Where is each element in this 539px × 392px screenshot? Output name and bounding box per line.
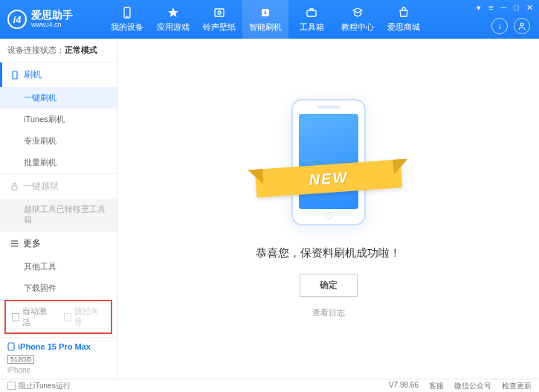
- close-icon[interactable]: ✕: [526, 3, 533, 13]
- device-type: iPhone: [7, 366, 109, 374]
- options-highlight-box: 自动激活 跳过向导: [4, 300, 112, 334]
- main-content: NEW 恭喜您，保资料刷机成功啦！ 确定 查看日志: [117, 39, 539, 379]
- menu-item-download-fw[interactable]: 下载固件: [0, 277, 117, 297]
- svg-point-6: [520, 23, 523, 26]
- nav-flash[interactable]: 智能刷机: [242, 0, 288, 39]
- new-ribbon: NEW: [254, 159, 401, 198]
- minimize-icon[interactable]: ─: [501, 3, 507, 13]
- flash-icon: [259, 6, 272, 19]
- footer: 阻止iTunes运行 V7.98.66 客服 微信公众号 检查更新: [0, 379, 539, 392]
- nav-ringtone[interactable]: 铃声壁纸: [196, 0, 242, 39]
- menu-item-other[interactable]: 其他工具: [0, 256, 117, 277]
- svg-rect-7: [13, 71, 17, 79]
- tutorial-icon: [351, 6, 364, 19]
- view-log-link[interactable]: 查看日志: [312, 307, 345, 318]
- checkbox-icon: [64, 313, 71, 321]
- footer-support[interactable]: 客服: [429, 381, 444, 391]
- phone-illustration: NEW: [277, 99, 381, 233]
- ringtone-icon: [213, 6, 226, 19]
- device-icon: [120, 6, 134, 19]
- device-status: 设备连接状态：正常模式: [0, 39, 117, 62]
- user-button[interactable]: [514, 18, 530, 34]
- footer-update[interactable]: 检查更新: [502, 381, 532, 391]
- svg-rect-12: [8, 343, 14, 350]
- lock-icon: [10, 182, 19, 190]
- phone-small-icon: [7, 342, 15, 351]
- list-icon: [10, 240, 19, 248]
- device-name[interactable]: iPhone 15 Pro Max: [7, 342, 109, 351]
- checkbox-icon: [12, 313, 19, 321]
- window-controls: ▾ ≡ ─ □ ✕: [477, 3, 533, 13]
- menu-item-itunes[interactable]: iTunes刷机: [0, 109, 117, 130]
- footer-wechat[interactable]: 微信公众号: [454, 381, 491, 391]
- options-icon[interactable]: ≡: [488, 3, 493, 13]
- version-label: V7.98.66: [389, 381, 419, 391]
- svg-rect-5: [307, 10, 316, 16]
- svg-rect-8: [12, 186, 17, 190]
- apps-icon: [167, 6, 180, 19]
- maximize-icon[interactable]: □: [514, 3, 519, 13]
- sidebar: 设备连接状态：正常模式 刷机 一键刷机 iTunes刷机 专业刷机 批量刷机 一…: [0, 39, 117, 379]
- success-message: 恭喜您，保资料刷机成功啦！: [256, 246, 401, 260]
- svg-point-3: [218, 11, 221, 14]
- checkbox-block-itunes[interactable]: 阻止iTunes运行: [7, 381, 71, 391]
- menu-flash-header[interactable]: 刷机: [0, 62, 117, 87]
- ok-button[interactable]: 确定: [300, 274, 358, 297]
- app-title: 爱思助手: [31, 10, 73, 21]
- menu-item-onekey[interactable]: 一键刷机: [0, 87, 117, 109]
- logo-area: i4 爱思助手 www.i4.cn: [7, 10, 104, 29]
- checkbox-auto-activate[interactable]: 自动激活: [12, 306, 54, 328]
- nav-tutorial[interactable]: 教程中心: [335, 0, 381, 39]
- menu-item-jailbreak-note: 越狱工具已转移至工具箱: [0, 199, 117, 231]
- app-logo-icon: i4: [7, 10, 27, 29]
- nav-toolbox[interactable]: 工具箱: [288, 0, 335, 39]
- checkbox-icon: [7, 382, 16, 390]
- device-storage: 512GB: [7, 355, 34, 364]
- nav-apps[interactable]: 应用游戏: [150, 0, 196, 39]
- download-button[interactable]: ↓: [491, 18, 508, 34]
- checkbox-skip-guide[interactable]: 跳过向导: [64, 306, 106, 328]
- app-header: i4 爱思助手 www.i4.cn 我的设备 应用游戏 铃声壁纸 智能刷机 工具…: [0, 0, 539, 39]
- nav-store[interactable]: 爱思商城: [381, 0, 427, 39]
- menu-jailbreak-header: 一键越狱: [0, 174, 117, 199]
- menu-item-batch[interactable]: 批量刷机: [0, 152, 117, 173]
- svg-rect-2: [215, 9, 224, 16]
- phone-icon: [10, 71, 19, 80]
- menu-icon[interactable]: ▾: [477, 3, 481, 13]
- menu-more-header[interactable]: 更多: [0, 231, 117, 256]
- nav-my-device[interactable]: 我的设备: [104, 0, 150, 39]
- device-info: iPhone 15 Pro Max 512GB iPhone: [0, 337, 117, 379]
- menu-item-pro[interactable]: 专业刷机: [0, 130, 117, 152]
- app-subtitle: www.i4.cn: [31, 22, 73, 29]
- toolbox-icon: [305, 6, 318, 19]
- top-nav: 我的设备 应用游戏 铃声壁纸 智能刷机 工具箱 教程中心 爱思商城: [104, 0, 427, 39]
- store-icon: [397, 6, 410, 19]
